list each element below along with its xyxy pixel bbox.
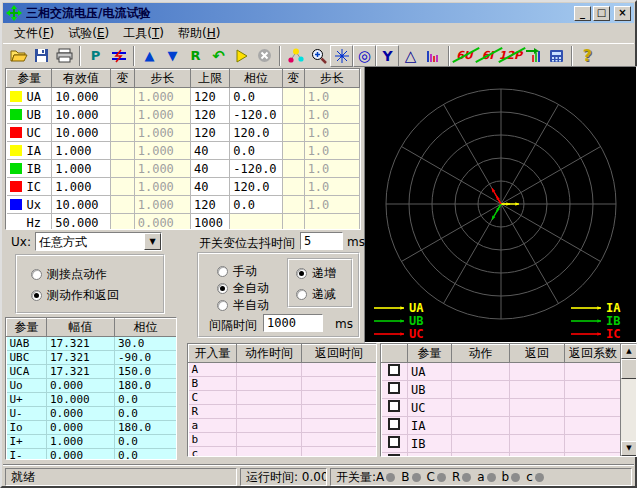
step-cell[interactable]: 1.000 xyxy=(134,196,190,214)
var-cell[interactable] xyxy=(110,178,134,196)
checkbox-icon[interactable] xyxy=(388,400,400,412)
delta-connection-icon[interactable]: △ xyxy=(399,45,422,67)
step-cell[interactable]: 1.000 xyxy=(134,106,190,124)
phase-cell[interactable]: -120.0 xyxy=(230,160,282,178)
phase-step-cell[interactable]: 1.0 xyxy=(304,196,359,214)
var-cell[interactable] xyxy=(110,88,134,106)
radio-contact-action[interactable]: 测接点动作 xyxy=(31,266,107,283)
step-cell[interactable]: 1.000 xyxy=(134,178,190,196)
radio-icon[interactable] xyxy=(217,266,228,277)
reset-icon[interactable]: R xyxy=(184,45,207,67)
save-button[interactable] xyxy=(30,45,53,67)
step-cell[interactable]: 1.000 xyxy=(134,124,190,142)
phase-cell[interactable]: 120.0 xyxy=(230,124,282,142)
rms-value-cell[interactable]: 10.000 xyxy=(52,106,110,124)
radio-increment[interactable]: 递增 xyxy=(296,265,336,282)
connection-icon[interactable] xyxy=(284,45,307,67)
row-checkbox[interactable] xyxy=(382,417,408,435)
start-test-icon[interactable] xyxy=(230,45,253,67)
phase-mode-icon[interactable]: P xyxy=(84,45,107,67)
ux-mode-select[interactable]: 任意方式 ▼ xyxy=(35,232,162,251)
row-checkbox[interactable] xyxy=(382,435,408,453)
phase-step-cell[interactable]: 1.0 xyxy=(304,88,359,106)
open-file-button[interactable] xyxy=(7,45,30,67)
impedance-circle-icon[interactable]: ◎ xyxy=(353,45,376,67)
checkbox-icon[interactable] xyxy=(388,418,400,430)
var2-cell[interactable] xyxy=(282,106,304,124)
calculator-icon[interactable] xyxy=(545,45,568,67)
limit-cell[interactable]: 40 xyxy=(191,142,230,160)
rms-value-cell[interactable]: 10.000 xyxy=(52,196,110,214)
var2-cell[interactable] xyxy=(282,214,304,231)
action-table-scrollbar[interactable]: ▲ ▼ xyxy=(620,344,636,456)
step-cell[interactable]: 0.000 xyxy=(134,214,190,231)
fault-trigger-icon[interactable] xyxy=(107,45,130,67)
rms-value-cell[interactable]: 1.000 xyxy=(52,142,110,160)
scroll-up-icon[interactable]: ▲ xyxy=(621,344,637,359)
phase-step-cell[interactable]: 1.0 xyxy=(304,178,359,196)
radio-icon[interactable] xyxy=(217,300,228,311)
interval-input[interactable] xyxy=(263,314,323,332)
print-button[interactable] xyxy=(53,45,76,67)
limit-cell[interactable]: 1000 xyxy=(191,214,230,231)
checkbox-icon[interactable] xyxy=(388,436,400,448)
limit-cell[interactable]: 120 xyxy=(191,124,230,142)
limit-cell[interactable]: 40 xyxy=(191,178,230,196)
minimize-icon[interactable]: _ xyxy=(574,6,591,21)
chevron-down-icon[interactable]: ▼ xyxy=(144,233,161,250)
step-cell[interactable]: 1.000 xyxy=(134,142,190,160)
six-current-icon[interactable]: 6I xyxy=(476,45,499,67)
radio-icon[interactable] xyxy=(296,268,307,279)
radio-action-return[interactable]: 测动作和返回 xyxy=(31,287,119,304)
scroll-thumb[interactable] xyxy=(621,359,637,379)
vector-display-icon[interactable] xyxy=(330,45,353,67)
row-checkbox[interactable] xyxy=(382,363,408,381)
checkbox-icon[interactable] xyxy=(388,382,400,394)
radio-icon[interactable] xyxy=(217,283,228,294)
step-cell[interactable]: 1.000 xyxy=(134,160,190,178)
increase-icon[interactable]: ▲ xyxy=(138,45,161,67)
var-cell[interactable] xyxy=(110,106,134,124)
menu-item[interactable]: 工具(T) xyxy=(116,24,171,43)
phase-cell[interactable]: -120.0 xyxy=(230,106,282,124)
six-voltage-icon[interactable]: 6U xyxy=(453,45,476,67)
close-icon[interactable]: × xyxy=(614,6,631,21)
phase-cell[interactable]: 0.0 xyxy=(230,196,282,214)
var2-cell[interactable] xyxy=(282,142,304,160)
rms-value-cell[interactable]: 10.000 xyxy=(52,124,110,142)
var2-cell[interactable] xyxy=(282,196,304,214)
var-cell[interactable] xyxy=(110,160,134,178)
help-icon[interactable]: ? xyxy=(576,45,599,67)
menu-item[interactable]: 文件(F) xyxy=(7,24,61,43)
rms-value-cell[interactable]: 10.000 xyxy=(52,88,110,106)
rms-value-cell[interactable]: 50.000 xyxy=(52,214,110,231)
row-checkbox[interactable] xyxy=(382,399,408,417)
wye-connection-icon[interactable]: Y xyxy=(376,45,399,67)
radio-icon[interactable] xyxy=(296,289,307,300)
rms-value-cell[interactable]: 1.000 xyxy=(52,160,110,178)
limit-cell[interactable]: 120 xyxy=(191,88,230,106)
step-cell[interactable]: 1.000 xyxy=(134,88,190,106)
zoom-icon[interactable] xyxy=(307,45,330,67)
rms-value-cell[interactable]: 1.000 xyxy=(52,178,110,196)
row-checkbox[interactable] xyxy=(382,453,408,458)
undo-icon[interactable]: ↶ xyxy=(207,45,230,67)
checkbox-icon[interactable] xyxy=(388,454,400,457)
phase-step-cell[interactable]: 1.0 xyxy=(304,142,359,160)
var2-cell[interactable] xyxy=(282,124,304,142)
var2-cell[interactable] xyxy=(282,178,304,196)
var-cell[interactable] xyxy=(110,196,134,214)
decrease-icon[interactable]: ▼ xyxy=(161,45,184,67)
var-cell[interactable] xyxy=(110,214,134,231)
checkbox-icon[interactable] xyxy=(388,364,400,376)
phase-cell[interactable] xyxy=(230,214,282,231)
radio-icon[interactable] xyxy=(31,269,42,280)
radio-icon[interactable] xyxy=(31,290,42,301)
var2-cell[interactable] xyxy=(282,160,304,178)
row-checkbox[interactable] xyxy=(382,381,408,399)
twelve-phase-icon[interactable]: 12P xyxy=(499,45,522,67)
limit-cell[interactable]: 40 xyxy=(191,160,230,178)
harmonic-chart-icon[interactable] xyxy=(422,45,445,67)
phase-step-cell[interactable]: 1.0 xyxy=(304,106,359,124)
limit-cell[interactable]: 120 xyxy=(191,196,230,214)
